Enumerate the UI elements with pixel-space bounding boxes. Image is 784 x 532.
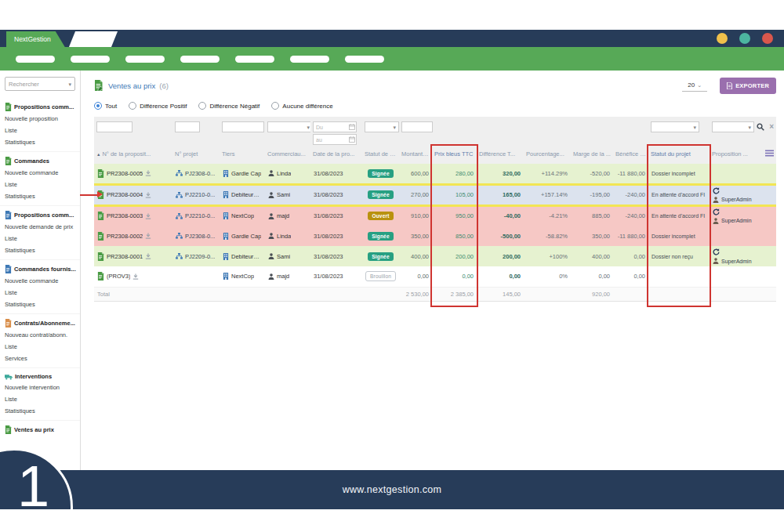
tiers-name[interactable]: NextCop <box>231 212 254 219</box>
projet-number[interactable]: PJ2210-0... <box>185 191 215 198</box>
proposition-number[interactable]: PR2308-0003 <box>107 212 143 219</box>
radio-icon[interactable] <box>198 102 206 110</box>
radio-option[interactable]: Aucune différence <box>271 102 332 110</box>
sidebar-item[interactable]: Nouvelle intervention <box>5 384 78 391</box>
sidebar-search-select[interactable]: Rechercher ▾ <box>5 77 75 91</box>
sidebar-section-title[interactable]: Contrats/Abonneme... <box>5 319 78 328</box>
sidebar-item[interactable]: Nouvelle commande <box>5 277 78 284</box>
user-name[interactable]: SuperAdmin <box>721 259 752 264</box>
column-header[interactable]: Bénéfice ou ... <box>613 147 648 164</box>
sort-asc-icon[interactable]: ▲ <box>96 152 100 157</box>
table-row[interactable]: (PROV3)NextCopmajd31/08/2023Brouillon0,0… <box>94 266 776 287</box>
sidebar-item[interactable]: Nouveau contrat/abonn. <box>5 331 78 338</box>
minimize-circle-icon[interactable] <box>717 33 728 44</box>
filter-statut-select[interactable]: ▾ <box>365 121 399 132</box>
tiers-name[interactable]: Debiteurs/... <box>231 253 262 260</box>
table-row[interactable]: PR2308-0003PJ2210-0...NextCopmajd31/08/2… <box>94 205 776 226</box>
proposition-number[interactable]: PR2308-0004 <box>107 191 143 198</box>
filter-tiers-input[interactable] <box>222 121 264 132</box>
table-row[interactable]: PR2308-0001PJ2209-0...Debiteurs/...Sami3… <box>94 246 776 266</box>
nav-menu-item[interactable] <box>71 56 110 63</box>
column-header[interactable]: Pourcentage... <box>524 147 571 164</box>
sidebar-item[interactable]: Statistiques <box>5 247 78 254</box>
nav-menu-item[interactable] <box>345 56 384 63</box>
column-header[interactable]: Différence T... <box>477 147 524 164</box>
radio-icon[interactable] <box>94 102 102 110</box>
nav-menu-item[interactable] <box>290 56 329 63</box>
sidebar-item[interactable]: Statistiques <box>5 407 78 414</box>
sidebar-item[interactable]: Services <box>5 355 78 362</box>
radio-option[interactable]: Tout <box>94 102 117 110</box>
column-header[interactable]: Date de la pro... <box>310 147 362 164</box>
tiers-name[interactable]: NextCop <box>231 273 254 280</box>
column-header[interactable]: Marge de la ... <box>571 147 613 164</box>
sidebar-section-title[interactable]: Interventions <box>5 373 78 380</box>
cell-tiers[interactable]: Gardie Cap <box>220 164 265 184</box>
cell-commercial[interactable]: Linda <box>265 164 310 184</box>
cell-projet[interactable]: PJ2209-0... <box>172 246 220 266</box>
close-circle-icon[interactable] <box>762 33 773 44</box>
page-size-select[interactable]: 20 ⌄ <box>682 80 707 92</box>
radio-option[interactable]: Différence Négatif <box>198 102 260 110</box>
maximize-circle-icon[interactable] <box>739 33 750 44</box>
sidebar-item[interactable]: Liste <box>5 127 78 134</box>
sidebar-item[interactable]: Nouvelle commande <box>5 169 78 176</box>
cell-commercial[interactable]: majd <box>265 205 310 226</box>
sidebar-item[interactable]: Nouvelle proposition <box>5 115 78 122</box>
cell-proposition[interactable]: PR2308-0003 <box>94 205 172 226</box>
projet-number[interactable]: PJ2210-0... <box>185 212 215 219</box>
column-header[interactable]: ▲N° de la proposit... <box>94 147 172 164</box>
cell-commercial[interactable]: Sami <box>265 184 310 205</box>
sidebar-item[interactable]: Liste <box>5 343 78 350</box>
projet-number[interactable]: PJ2209-0... <box>185 253 215 260</box>
sidebar-item[interactable]: Liste <box>5 181 78 188</box>
sidebar-item[interactable]: Statistiques <box>5 139 78 146</box>
cell-commercial[interactable]: Linda <box>265 226 310 246</box>
cell-projet[interactable]: PJ2308-0... <box>172 226 220 246</box>
proposition-number[interactable]: PR2308-0005 <box>107 170 143 177</box>
cell-tiers[interactable]: Debiteurs/... <box>220 184 265 205</box>
nav-menu-item[interactable] <box>180 56 220 63</box>
projet-number[interactable]: PJ2308-0... <box>185 233 215 240</box>
user-name[interactable]: SuperAdmin <box>721 218 752 223</box>
cell-row-menu[interactable] <box>760 164 776 184</box>
sidebar-item[interactable]: Statistiques <box>5 301 78 308</box>
cell-row-menu[interactable] <box>760 184 776 205</box>
cell-proposition[interactable]: PR2308-0002 <box>94 226 172 246</box>
cell-tiers[interactable]: Gardie Cap <box>220 226 265 246</box>
table-row[interactable]: PR2308-0002PJ2308-0...Gardie CapLinda31/… <box>94 226 776 246</box>
calendar-icon[interactable] <box>349 124 355 130</box>
cell-row-menu[interactable] <box>760 226 776 246</box>
filter-projet-input[interactable] <box>175 121 200 132</box>
cell-projet[interactable]: PJ2210-0... <box>172 205 220 226</box>
user-name[interactable]: SuperAdmin <box>721 197 752 202</box>
nav-menu-item[interactable] <box>235 56 274 63</box>
cell-projet[interactable]: PJ2308-0... <box>172 164 220 184</box>
column-header[interactable]: Statut de la ... <box>362 147 399 164</box>
radio-option[interactable]: Différence Positif <box>129 102 187 110</box>
cell-commercial[interactable]: Sami <box>265 246 310 266</box>
sidebar-section-title[interactable]: Commandes <box>5 157 78 165</box>
table-row[interactable]: PR2308-0004PJ2210-0...Debiteurs/...Sami3… <box>94 184 776 205</box>
filter-statut-projet-select[interactable]: ▾ <box>651 121 699 132</box>
proposition-number[interactable]: (PROV3) <box>107 273 130 280</box>
radio-icon[interactable] <box>129 102 136 110</box>
column-header[interactable]: Statut du projet <box>648 147 710 164</box>
column-header[interactable]: Prix bleus TTC <box>432 147 477 164</box>
tiers-name[interactable]: Gardie Cap <box>231 170 261 177</box>
sidebar-item[interactable]: Liste <box>5 235 78 242</box>
sidebar-section-title[interactable]: Propositions comm... <box>5 211 78 219</box>
sidebar-item[interactable]: Statistiques <box>5 193 78 200</box>
cell-projet[interactable] <box>172 266 220 287</box>
cell-tiers[interactable]: NextCop <box>220 205 265 226</box>
sidebar-item[interactable]: Liste <box>5 289 78 296</box>
column-header[interactable]: N° projet <box>172 147 220 164</box>
nav-menu-item[interactable] <box>16 56 55 63</box>
sidebar-item[interactable]: Nouvelle demande de prix <box>5 223 78 230</box>
tiers-name[interactable]: Gardie Cap <box>231 233 261 240</box>
proposition-number[interactable]: PR2308-0001 <box>107 253 143 260</box>
calendar-icon[interactable] <box>349 136 355 143</box>
filter-commercial-select[interactable]: ▾ <box>267 121 313 132</box>
cell-commercial[interactable]: majd <box>265 266 310 287</box>
sidebar-section-title[interactable]: Ventes au prix <box>5 425 78 434</box>
